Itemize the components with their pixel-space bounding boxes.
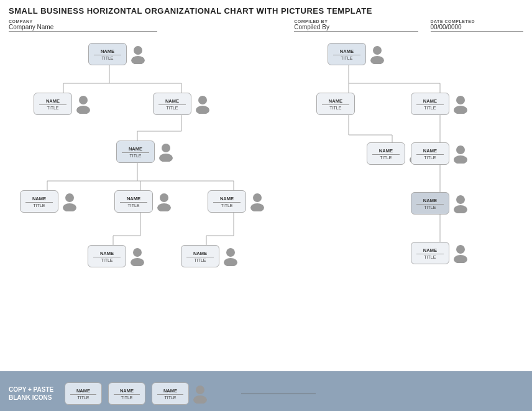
left-l4-mid-avatar bbox=[154, 190, 174, 213]
company-label: COMPANY bbox=[9, 19, 157, 24]
svg-point-52 bbox=[456, 145, 465, 154]
left-root-box[interactable]: NAME TITLE bbox=[88, 43, 127, 65]
page: SMALL BUSINESS HORIZONTAL ORGANIZATIONAL… bbox=[0, 0, 532, 411]
compiled-value: Compiled By bbox=[294, 24, 418, 32]
compiled-label: COMPILED BY bbox=[294, 19, 418, 24]
page-title: SMALL BUSINESS HORIZONTAL ORGANIZATIONAL… bbox=[9, 6, 523, 16]
right-root-node: NAME TITLE bbox=[328, 43, 387, 65]
left-l2-left-avatar bbox=[73, 93, 93, 115]
svg-point-19 bbox=[131, 56, 145, 64]
svg-point-30 bbox=[253, 193, 262, 202]
left-l5-right-node: NAME TITLE bbox=[181, 245, 241, 267]
svg-point-35 bbox=[224, 258, 237, 266]
blank-node-2: NAME TITLE bbox=[108, 382, 145, 405]
left-l2-left-node: NAME TITLE bbox=[34, 93, 93, 115]
svg-point-49 bbox=[454, 106, 467, 114]
left-l2-right-avatar bbox=[193, 93, 213, 115]
svg-point-21 bbox=[76, 106, 90, 114]
date-value: 00/00/0000 bbox=[431, 24, 523, 32]
right-l2-right-box[interactable]: NAME TITLE bbox=[411, 93, 449, 115]
svg-point-59 bbox=[193, 395, 207, 404]
left-l2-right-box[interactable]: NAME TITLE bbox=[153, 93, 191, 115]
svg-point-58 bbox=[196, 386, 204, 394]
left-l3-box[interactable]: NAME TITLE bbox=[116, 141, 155, 163]
right-chain-l3-avatar bbox=[451, 142, 470, 165]
date-section: DATE COMPLETED 00/00/0000 bbox=[431, 19, 523, 32]
right-chain-l5-box[interactable]: NAME TITLE bbox=[411, 242, 449, 264]
left-l3-node: NAME TITLE bbox=[116, 141, 176, 163]
right-l2-right-node: NAME TITLE bbox=[411, 93, 470, 115]
left-l4-right-node: NAME TITLE bbox=[208, 190, 267, 213]
left-l4-left-avatar bbox=[60, 190, 80, 213]
blank-box-2[interactable]: NAME TITLE bbox=[108, 382, 145, 405]
left-l2-right-node: NAME TITLE bbox=[153, 93, 213, 115]
svg-point-33 bbox=[131, 258, 144, 266]
left-l4-left-node: NAME TITLE bbox=[20, 190, 80, 213]
blank-box-1[interactable]: NAME TITLE bbox=[65, 382, 102, 405]
left-l4-right-avatar bbox=[247, 190, 267, 213]
left-l2-left-box[interactable]: NAME TITLE bbox=[34, 93, 72, 115]
compiled-section: COMPILED BY Compiled By bbox=[294, 19, 418, 32]
blank-node-3: NAME TITLE bbox=[152, 382, 210, 405]
company-value: Company Name bbox=[9, 24, 157, 32]
blank-line-area bbox=[216, 394, 523, 394]
right-chain-l3-box[interactable]: NAME TITLE bbox=[411, 142, 449, 165]
left-l5-mid-box[interactable]: NAME TITLE bbox=[88, 245, 126, 267]
chart-area: NAME TITLE NAME TITLE bbox=[9, 37, 523, 366]
right-chain-l5-avatar bbox=[451, 242, 470, 264]
right-chain-l4-box[interactable]: NAME TITLE bbox=[411, 192, 449, 215]
blank-node-1: NAME TITLE bbox=[65, 382, 102, 405]
svg-point-28 bbox=[160, 193, 168, 202]
svg-point-24 bbox=[162, 144, 170, 152]
svg-point-53 bbox=[454, 155, 467, 164]
right-tree: NAME TITLE NAME TITLE NAME TITLE bbox=[300, 37, 523, 366]
left-l5-mid-avatar bbox=[127, 245, 147, 267]
svg-point-29 bbox=[157, 203, 171, 211]
header-info: COMPANY Company Name COMPILED BY Compile… bbox=[9, 19, 523, 32]
svg-point-34 bbox=[226, 248, 235, 257]
svg-point-32 bbox=[133, 248, 142, 257]
svg-point-26 bbox=[65, 193, 74, 202]
left-l3-avatar bbox=[156, 141, 176, 163]
left-l4-left-box[interactable]: NAME TITLE bbox=[20, 190, 58, 213]
right-chain-l5-node: NAME TITLE bbox=[411, 242, 470, 264]
bottom-bar: COPY + PASTE BLANK ICONS NAME TITLE NAME… bbox=[0, 371, 532, 411]
right-l2-left-box[interactable]: NAME TITLE bbox=[316, 93, 355, 115]
right-l3-box[interactable]: NAME TITLE bbox=[367, 142, 405, 165]
left-tree: NAME TITLE NAME TITLE bbox=[9, 37, 288, 366]
right-chain-l3-node: NAME TITLE bbox=[411, 142, 470, 165]
left-l5-right-box[interactable]: NAME TITLE bbox=[181, 245, 219, 267]
left-l5-mid-node: NAME TITLE bbox=[88, 245, 147, 267]
left-root-avatar bbox=[128, 43, 148, 65]
svg-point-56 bbox=[456, 245, 465, 254]
svg-point-54 bbox=[456, 195, 465, 204]
svg-point-31 bbox=[250, 203, 264, 211]
right-root-box[interactable]: NAME TITLE bbox=[328, 43, 366, 65]
copy-paste-label: COPY + PASTE BLANK ICONS bbox=[9, 386, 58, 402]
left-l5-right-avatar bbox=[221, 245, 241, 267]
svg-point-46 bbox=[373, 46, 382, 55]
company-section: COMPANY Company Name bbox=[9, 19, 157, 32]
svg-point-23 bbox=[196, 106, 209, 114]
svg-point-25 bbox=[159, 154, 173, 162]
svg-point-47 bbox=[370, 56, 384, 64]
date-label: DATE COMPLETED bbox=[431, 19, 523, 24]
blank-line bbox=[241, 394, 316, 394]
left-l4-right-box[interactable]: NAME TITLE bbox=[208, 190, 246, 213]
blank-node-3-avatar bbox=[190, 382, 210, 405]
right-root-avatar bbox=[367, 43, 387, 65]
right-chain-l4-avatar bbox=[451, 192, 470, 215]
right-l2-right-avatar bbox=[451, 93, 470, 115]
blank-box-3[interactable]: NAME TITLE bbox=[152, 382, 189, 405]
svg-point-22 bbox=[198, 96, 207, 104]
svg-point-27 bbox=[63, 203, 76, 211]
left-root-node: NAME TITLE bbox=[88, 43, 148, 65]
svg-point-57 bbox=[454, 255, 467, 263]
left-l4-mid-node: NAME TITLE bbox=[114, 190, 174, 213]
left-l4-mid-box[interactable]: NAME TITLE bbox=[114, 190, 153, 213]
svg-point-48 bbox=[456, 96, 465, 104]
svg-point-55 bbox=[454, 205, 467, 213]
svg-point-18 bbox=[134, 46, 142, 55]
right-chain-l4-node: NAME TITLE bbox=[411, 192, 470, 215]
svg-point-20 bbox=[79, 96, 88, 104]
